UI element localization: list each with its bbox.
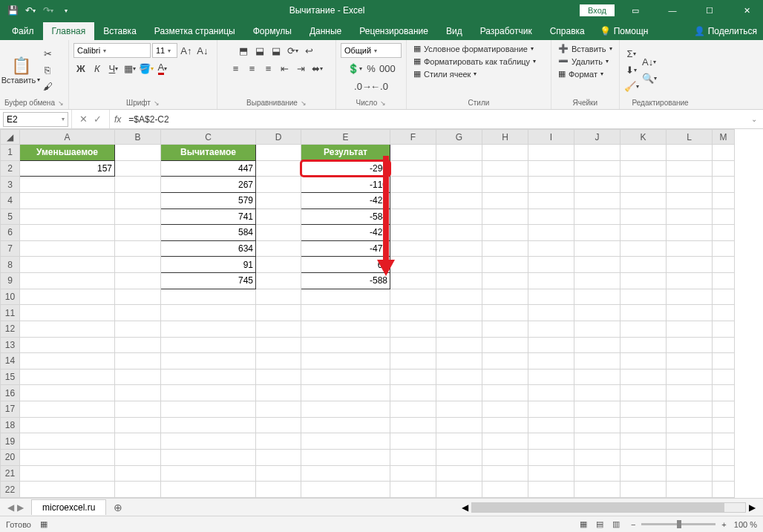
font-name-combo[interactable]: Calibri▾ xyxy=(73,43,151,58)
login-button[interactable]: Вход xyxy=(580,4,615,16)
cell[interactable] xyxy=(256,433,301,450)
number-dialog-icon[interactable]: ↘ xyxy=(380,99,386,107)
cell[interactable] xyxy=(161,433,256,450)
cell[interactable] xyxy=(20,208,115,225)
cell[interactable] xyxy=(256,305,301,321)
cell[interactable] xyxy=(620,273,667,289)
tab-formulas[interactable]: Формулы xyxy=(244,22,301,40)
cell[interactable] xyxy=(390,257,436,273)
cell[interactable]: 741 xyxy=(161,208,256,225)
increase-indent-icon[interactable]: ⇥ xyxy=(293,61,308,76)
cell[interactable] xyxy=(390,417,436,433)
cell[interactable] xyxy=(390,449,436,465)
cell[interactable] xyxy=(482,417,528,433)
col-header[interactable]: B xyxy=(115,130,161,145)
cell[interactable] xyxy=(301,401,390,418)
spreadsheet-grid[interactable]: ◢ A B C D E F G H I J K L M 1Уменьшаемое… xyxy=(0,129,763,498)
cell[interactable] xyxy=(574,353,620,370)
ribbon-options-icon[interactable]: ▭ xyxy=(619,0,652,21)
col-header[interactable]: H xyxy=(482,130,528,145)
cell[interactable] xyxy=(115,433,161,450)
cell[interactable] xyxy=(620,385,667,401)
undo-icon[interactable]: ↶▾ xyxy=(22,2,39,19)
cell[interactable] xyxy=(20,321,115,337)
cell[interactable] xyxy=(713,385,735,401)
cell[interactable] xyxy=(436,449,482,465)
cell[interactable] xyxy=(713,337,735,353)
row-header[interactable]: 5 xyxy=(1,208,20,225)
cell[interactable] xyxy=(482,482,528,498)
cell[interactable] xyxy=(667,482,713,498)
sheet-nav-prev-icon[interactable]: ◀ xyxy=(7,502,14,513)
cell[interactable] xyxy=(528,337,574,353)
cell[interactable] xyxy=(713,482,735,498)
cell[interactable] xyxy=(256,385,301,401)
cell[interactable] xyxy=(713,192,735,208)
new-sheet-button[interactable]: ⊕ xyxy=(106,502,130,513)
cell[interactable] xyxy=(115,208,161,225)
cell[interactable] xyxy=(574,240,620,257)
cell[interactable] xyxy=(482,353,528,370)
cell[interactable] xyxy=(20,337,115,353)
cell[interactable] xyxy=(620,353,667,370)
row-header[interactable]: 17 xyxy=(1,401,20,418)
cell[interactable] xyxy=(161,465,256,482)
cell[interactable] xyxy=(390,145,436,161)
cancel-formula-icon[interactable]: ✕ xyxy=(79,114,88,125)
cell[interactable] xyxy=(482,225,528,241)
cell[interactable] xyxy=(482,160,528,177)
cell[interactable] xyxy=(301,289,390,305)
select-all-corner[interactable]: ◢ xyxy=(1,130,20,145)
cell[interactable] xyxy=(574,369,620,385)
cell[interactable] xyxy=(390,482,436,498)
page-layout-view-icon[interactable]: ▤ xyxy=(592,519,607,531)
cell[interactable]: -477 xyxy=(301,240,390,257)
align-middle-icon[interactable]: ⬓ xyxy=(252,43,267,58)
cell[interactable] xyxy=(301,321,390,337)
cell[interactable] xyxy=(115,160,161,177)
font-dialog-icon[interactable]: ↘ xyxy=(154,99,160,107)
cell[interactable] xyxy=(20,353,115,370)
cell[interactable] xyxy=(620,482,667,498)
cell[interactable] xyxy=(574,177,620,193)
cell[interactable] xyxy=(713,145,735,161)
cell[interactable] xyxy=(115,177,161,193)
cell[interactable] xyxy=(301,337,390,353)
cell[interactable] xyxy=(528,257,574,273)
formula-input[interactable]: =$A$2-C2 xyxy=(125,114,745,125)
cell[interactable]: -588 xyxy=(301,273,390,289)
cell[interactable] xyxy=(20,401,115,418)
cell[interactable] xyxy=(436,145,482,161)
cell[interactable]: -422 xyxy=(301,192,390,208)
col-header[interactable]: K xyxy=(620,130,667,145)
tab-insert[interactable]: Вставка xyxy=(94,22,145,40)
cell[interactable] xyxy=(482,192,528,208)
cell[interactable] xyxy=(528,305,574,321)
cell[interactable] xyxy=(574,337,620,353)
sort-filter-icon[interactable]: A↓▾ xyxy=(642,55,657,70)
cell[interactable] xyxy=(115,321,161,337)
cell[interactable] xyxy=(115,225,161,241)
cell[interactable] xyxy=(390,289,436,305)
cell[interactable]: 584 xyxy=(161,225,256,241)
cell[interactable] xyxy=(390,353,436,370)
cell[interactable] xyxy=(436,369,482,385)
row-header[interactable]: 7 xyxy=(1,240,20,257)
insert-cells-button[interactable]: ➕Вставить▾ xyxy=(556,43,615,54)
cell[interactable] xyxy=(115,273,161,289)
copy-icon[interactable]: ⎘ xyxy=(40,63,55,78)
cell[interactable]: 447 xyxy=(161,160,256,177)
row-header[interactable]: 13 xyxy=(1,337,20,353)
col-header[interactable]: E xyxy=(301,130,390,145)
cell[interactable] xyxy=(20,257,115,273)
cell[interactable] xyxy=(301,369,390,385)
cell[interactable] xyxy=(390,385,436,401)
macro-record-icon[interactable]: ▦ xyxy=(40,519,48,529)
maximize-button[interactable]: ☐ xyxy=(693,0,726,21)
cell[interactable] xyxy=(161,337,256,353)
cell[interactable] xyxy=(436,257,482,273)
cell[interactable] xyxy=(436,240,482,257)
row-header[interactable]: 6 xyxy=(1,225,20,241)
align-bottom-icon[interactable]: ⬓ xyxy=(269,43,284,58)
cell[interactable] xyxy=(620,449,667,465)
